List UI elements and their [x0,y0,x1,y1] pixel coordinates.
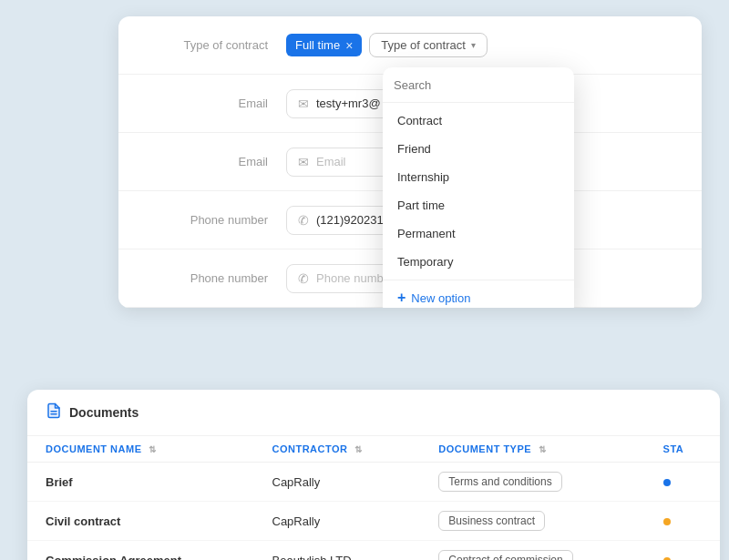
dropdown-button-label: Type of contract [381,38,466,52]
doc-name-commission: Commission Agreement [27,541,254,561]
doc-status-3 [645,541,720,561]
type-of-contract-dropdown-button[interactable]: Type of contract ▾ [369,33,488,57]
status-dot-blue [663,479,671,486]
documents-header: Documents [27,390,720,436]
plus-icon: + [397,290,406,306]
doc-status-2 [645,502,720,541]
sort-icon-type: ⇅ [539,444,547,454]
phone-label-1: Phone number [140,213,286,227]
col-document-type[interactable]: DOCUMENT TYPE ⇅ [420,436,644,463]
doc-type-3: Contract of commission [420,541,644,561]
status-dot-orange-2 [663,557,671,561]
dropdown-item-parttime[interactable]: Part time [383,191,574,219]
phone-icon-1: ✆ [298,213,309,228]
contract-type-field-area: Full time × Type of contract ▾ Contract … [286,33,680,57]
dropdown-search-area [383,67,574,103]
email-placeholder-2: Email [316,155,346,168]
email-label-1: Email [140,97,286,110]
phone-icon-2: ✆ [298,271,309,286]
table-header-row: DOCUMENT NAME ⇅ CONTRACTOR ⇅ DOCUMENT TY… [27,436,720,463]
doc-name-civil: Civil contract [27,502,254,541]
email-label-2: Email [140,155,286,168]
sort-icon-name: ⇅ [149,444,157,454]
email-value-1: testy+mr3@ [316,97,381,110]
doc-name-brief: Brief [27,463,254,502]
dropdown-item-internship[interactable]: Internship [383,163,574,191]
sort-icon-contractor: ⇅ [354,444,363,454]
dropdown-list: Contract Friend Internship Part time Per… [383,103,574,280]
phone-label-2: Phone number [140,271,286,285]
table-row: Commission Agreement Beautylish LTD Cont… [27,541,720,561]
col-contractor[interactable]: CONTRACTOR ⇅ [254,436,421,463]
doc-contractor-2: CapRally [254,502,421,541]
remove-tag-button[interactable]: × [345,39,353,52]
col-document-name[interactable]: DOCUMENT NAME ⇅ [27,436,254,463]
doc-status-1 [645,463,720,502]
col-status[interactable]: STA [645,436,720,463]
documents-table: DOCUMENT NAME ⇅ CONTRACTOR ⇅ DOCUMENT TY… [27,436,720,560]
type-of-contract-dropdown: Contract Friend Internship Part time Per… [383,67,574,308]
table-row: Brief CapRally Terms and conditions [27,463,720,502]
email-icon-2: ✉ [298,155,309,169]
documents-tbody: Brief CapRally Terms and conditions Civi… [27,463,720,561]
chevron-down-icon: ▾ [471,40,476,50]
contract-type-row: Type of contract Full time × Type of con… [118,16,702,75]
email-icon-1: ✉ [298,97,309,111]
doc-contractor-1: CapRally [254,463,421,502]
table-row: Civil contract CapRally Business contrac… [27,502,720,541]
dropdown-item-permanent[interactable]: Permanent [383,219,574,248]
doc-type-2: Business contract [420,502,644,541]
documents-title: Documents [69,405,139,420]
phone-value-1: (121)9202315 [316,213,390,227]
new-option-label: New option [411,291,470,305]
dropdown-item-friend[interactable]: Friend [383,135,574,163]
full-time-tag[interactable]: Full time × [286,34,362,56]
main-form-card: Type of contract Full time × Type of con… [118,16,702,308]
new-option-button[interactable]: + New option [383,280,574,308]
dropdown-item-contract[interactable]: Contract [383,107,574,135]
dropdown-search-input[interactable] [394,78,563,92]
documents-icon [46,402,62,423]
status-dot-orange [663,518,671,525]
documents-card: Documents DOCUMENT NAME ⇅ CONTRACTOR ⇅ D… [27,390,720,560]
dropdown-item-temporary[interactable]: Temporary [383,248,574,276]
doc-type-1: Terms and conditions [420,463,644,502]
contract-type-label: Type of contract [140,38,286,52]
doc-contractor-3: Beautylish LTD [254,541,421,561]
full-time-tag-label: Full time [295,38,340,52]
